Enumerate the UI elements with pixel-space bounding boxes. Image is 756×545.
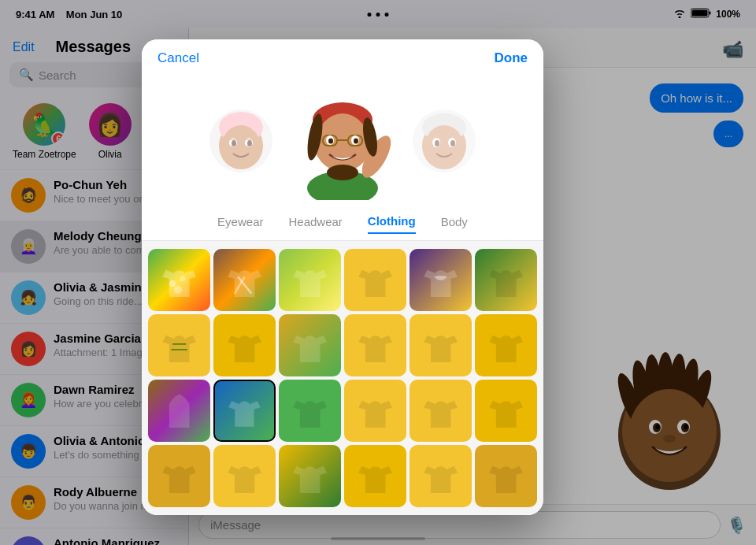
svg-point-52	[435, 140, 439, 146]
svg-point-43	[354, 139, 358, 144]
clothing-item-13[interactable]	[148, 380, 210, 442]
memoji-preview-row	[142, 74, 543, 206]
svg-point-49	[425, 125, 463, 166]
clothing-item-8[interactable]	[213, 314, 276, 376]
tab-body[interactable]: Body	[441, 215, 468, 233]
clothing-item-23[interactable]	[410, 445, 472, 507]
clothing-item-17[interactable]	[410, 380, 472, 442]
clothing-item-6[interactable]	[475, 249, 537, 311]
clothing-item-5[interactable]	[410, 249, 472, 311]
svg-point-42	[328, 139, 333, 144]
clothing-item-20[interactable]	[213, 445, 276, 507]
svg-point-46	[327, 165, 358, 180]
clothing-item-12[interactable]	[475, 314, 537, 376]
clothing-item-11[interactable]	[410, 314, 472, 376]
modal-top-bar: Cancel Done	[142, 39, 543, 74]
preview-memoji-left[interactable]	[209, 109, 272, 172]
cancel-button[interactable]: Cancel	[158, 50, 199, 66]
clothing-item-16[interactable]	[344, 380, 406, 442]
clothing-item-14[interactable]	[213, 380, 276, 442]
svg-point-22	[222, 125, 260, 166]
svg-point-55	[180, 276, 185, 281]
clothing-item-18[interactable]	[475, 380, 537, 442]
memoji-editor-modal: Cancel Done	[142, 39, 543, 515]
clothing-item-9[interactable]	[279, 314, 341, 376]
svg-point-53	[450, 140, 455, 146]
clothing-item-10[interactable]	[344, 314, 406, 376]
done-button[interactable]: Done	[494, 50, 528, 66]
svg-point-25	[232, 140, 236, 146]
tab-headwear[interactable]: Headwear	[288, 215, 342, 233]
clothing-item-22[interactable]	[344, 445, 406, 507]
svg-point-56	[174, 285, 182, 293]
clothing-item-7[interactable]	[148, 314, 210, 376]
tab-clothing[interactable]: Clothing	[368, 214, 416, 234]
clothing-item-24[interactable]	[475, 445, 537, 507]
clothing-item-2[interactable]	[213, 249, 276, 311]
clothing-item-3[interactable]	[279, 249, 341, 311]
svg-point-26	[247, 140, 252, 146]
preview-memoji-center[interactable]	[291, 82, 394, 200]
clothing-item-15[interactable]	[279, 380, 341, 442]
clothing-item-19[interactable]	[148, 445, 210, 507]
tab-eyewear[interactable]: Eyewear	[217, 215, 263, 233]
svg-point-54	[169, 280, 176, 287]
ipad-screen: 9:41 AM Mon Jun 10 100%	[0, 0, 756, 545]
clothing-item-4[interactable]	[344, 249, 406, 311]
clothing-grid	[142, 241, 543, 515]
clothing-item-21[interactable]	[279, 445, 341, 507]
home-indicator	[331, 537, 425, 540]
preview-memoji-right[interactable]	[413, 109, 476, 172]
category-tabs: Eyewear Headwear Clothing Body	[142, 206, 543, 241]
clothing-item-1[interactable]	[148, 249, 210, 311]
